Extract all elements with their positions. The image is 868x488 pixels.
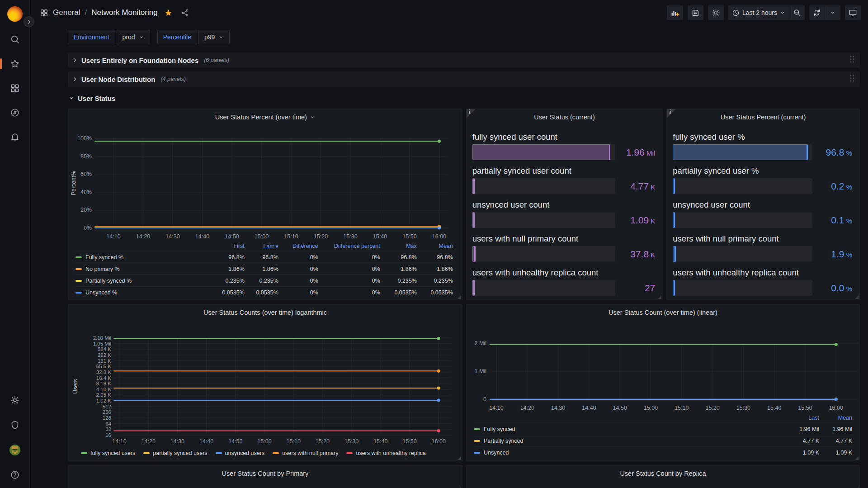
sidebar-item-starred[interactable] [7, 56, 23, 71]
series-color-swatch [216, 452, 222, 454]
gauge-track[interactable] [673, 212, 812, 228]
legend-series-name[interactable]: Unsynced [474, 450, 784, 456]
legend-inline: fully synced userspartially synced users… [81, 450, 426, 456]
sidebar-item-profile[interactable] [7, 442, 23, 458]
panel-info-corner[interactable] [467, 109, 476, 118]
legend-series-name[interactable]: No primary % [75, 266, 208, 272]
legend-column-difference-percent[interactable]: Difference percent [318, 243, 380, 249]
share-button[interactable] [179, 7, 191, 19]
favorite-star-button[interactable] [162, 7, 175, 19]
variable-percentile-value[interactable]: p99 [198, 30, 230, 44]
monitor-icon [849, 9, 857, 17]
sidebar-item-help[interactable] [7, 467, 23, 483]
legend-series-name[interactable]: partially synced users [143, 450, 207, 456]
app: General / Network Monitoring [0, 0, 868, 488]
legend-value: 96.8% [245, 254, 278, 261]
gauge-track[interactable] [472, 212, 615, 228]
legend-series-name[interactable]: Fully synced % [75, 254, 208, 261]
row-user-status[interactable]: User Status [68, 90, 860, 106]
series-color-swatch [273, 452, 279, 454]
sidebar-item-configuration[interactable] [7, 393, 23, 408]
series-color-swatch [474, 440, 480, 442]
legend-row: Fully synced %96.8%96.8%0%0%96.8%96.8% [75, 251, 453, 263]
sidebar-item-explore[interactable] [7, 105, 23, 120]
legend-column-difference[interactable]: Difference [278, 243, 318, 249]
legend-column-mean[interactable]: Mean [417, 243, 453, 249]
legend-value: 0% [318, 278, 380, 284]
timeseries-plot[interactable]: 2.10 Mil1.05 Mil524 K262 K131 K65.5 K32.… [68, 304, 462, 461]
sidebar-item-search[interactable] [7, 32, 23, 47]
panel-title[interactable]: User Status (current) [467, 109, 662, 125]
legend-series-name[interactable]: users with unhealthy replica [346, 450, 425, 456]
panel-user-status-current: i User Status (current) fully synced use… [466, 109, 663, 300]
panel-user-status-count-by-replica: User Status Count by Replica [466, 465, 860, 488]
legend-series-name[interactable]: fully synced users [81, 450, 135, 456]
legend-series-name[interactable]: unsynced users [216, 450, 265, 456]
gauge-track[interactable] [673, 144, 812, 160]
legend-row: Fully synced1.96 Mil1.96 Mil [474, 423, 852, 435]
row-drag-handle[interactable] [849, 74, 855, 85]
expand-sidebar-button[interactable] [24, 16, 34, 27]
gauge-value: 0.1 % [812, 215, 852, 226]
time-picker-button[interactable]: Last 2 hours [728, 5, 789, 20]
variable-environment-value[interactable]: prod [117, 30, 150, 44]
cycle-view-mode-button[interactable] [845, 5, 861, 20]
row-panel-count: (4 panels) [160, 76, 186, 82]
panel-user-status-counts-log: User Status Counts (over time) logarithm… [68, 304, 462, 461]
sidebar-item-alerting[interactable] [7, 129, 23, 145]
variables-bar: Environment prod Percentile p99 [30, 25, 868, 50]
zoom-out-button[interactable] [789, 5, 805, 20]
add-panel-icon [670, 8, 679, 17]
help-icon [10, 470, 20, 480]
legend-series-name[interactable]: Unsynced % [75, 289, 208, 296]
gauge-track[interactable] [673, 280, 812, 296]
row-panel-count: (6 panels) [204, 57, 229, 63]
refresh-button[interactable] [809, 5, 825, 20]
panel-title[interactable]: User Status Count by Primary [68, 465, 462, 482]
legend-column-max[interactable]: Max [380, 243, 417, 249]
legend-series-name[interactable]: Partially synced % [75, 278, 208, 284]
legend-column-last[interactable]: Last [784, 415, 819, 421]
gauge-track[interactable] [472, 144, 615, 160]
gauge-value: 37.8 K [615, 249, 655, 260]
series-color-swatch [474, 428, 480, 430]
legend-value: 0.0535% [208, 289, 245, 296]
legend-value: 96.8% [208, 254, 245, 261]
grafana-logo-icon[interactable] [7, 6, 23, 22]
legend-column-first[interactable]: First [208, 243, 245, 249]
row-title: User Status [78, 95, 115, 102]
gauge-track[interactable] [472, 246, 615, 262]
svg-text:65.5 K: 65.5 K [96, 364, 112, 369]
panel-row-2: User Status Counts (over time) logarithm… [68, 304, 860, 461]
refresh-interval-button[interactable] [825, 5, 840, 20]
gauge-track[interactable] [472, 280, 615, 296]
dashboard-settings-button[interactable] [708, 5, 724, 20]
svg-text:16.4 K: 16.4 K [96, 375, 112, 381]
legend-series-name[interactable]: Fully synced [474, 426, 784, 432]
chevron-down-icon [830, 10, 835, 15]
row-drag-handle[interactable] [849, 55, 855, 66]
svg-text:2.10 Mil: 2.10 Mil [93, 335, 111, 341]
info-icon: i [469, 109, 471, 115]
sidebar-item-dashboards[interactable] [7, 81, 23, 96]
legend-series-name[interactable]: users with null primary [273, 450, 338, 456]
save-dashboard-button[interactable] [688, 5, 703, 20]
gauge-track[interactable] [673, 246, 812, 262]
gauge-track[interactable] [472, 178, 615, 194]
panel-title[interactable]: User Status Count by Replica [467, 465, 859, 482]
sidebar-item-server-admin[interactable] [7, 417, 23, 433]
row-users-entirely-on-foundation-nodes[interactable]: Users Entirely on Foundation Nodes (6 pa… [68, 52, 860, 68]
legend-series-name[interactable]: Partially synced [474, 438, 784, 444]
add-panel-button[interactable] [667, 5, 683, 20]
legend-column-last[interactable]: Last ▾ [245, 243, 278, 250]
sidebar-bottom [7, 393, 23, 483]
row-user-node-distribution[interactable]: User Node Distribution (4 panels) [68, 71, 860, 87]
legend-column-mean[interactable]: Mean [819, 415, 852, 421]
panel-info-corner[interactable] [667, 109, 676, 118]
svg-text:14:50: 14:50 [225, 233, 239, 240]
breadcrumb-section[interactable]: General [53, 8, 80, 17]
row-title: User Node Distribution [81, 76, 155, 83]
gauge-track[interactable] [673, 178, 812, 194]
panel-title[interactable]: User Status Percent (current) [667, 109, 859, 125]
legend-value: 0.0535% [417, 289, 453, 296]
